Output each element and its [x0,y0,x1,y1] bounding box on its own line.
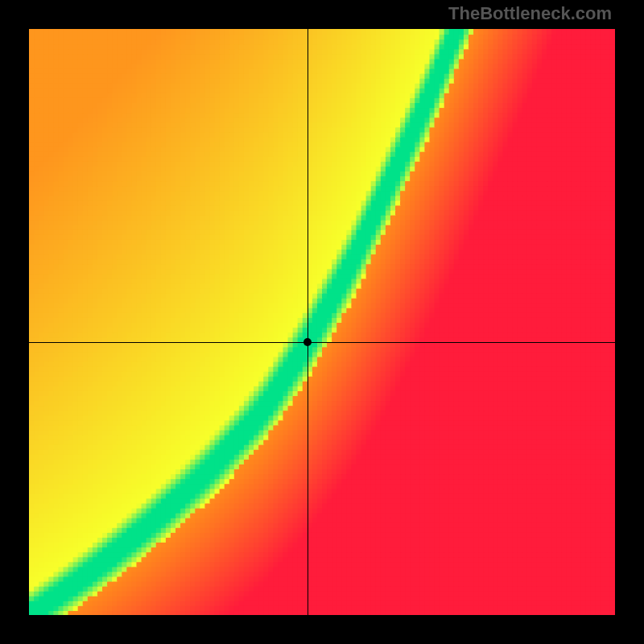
crosshair-vertical [308,29,308,615]
watermark-text: TheBottleneck.com [448,3,612,24]
chart-frame: TheBottleneck.com [0,0,644,644]
crosshair-horizontal [29,342,615,343]
heatmap-canvas [29,29,615,615]
